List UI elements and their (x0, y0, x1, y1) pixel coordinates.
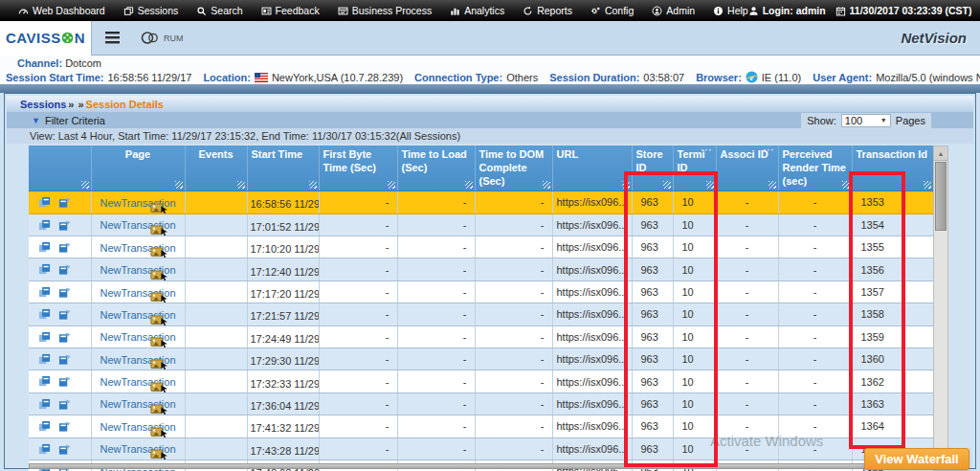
nav-sessions[interactable]: Sessions (123, 5, 179, 16)
table-row[interactable]: NewTransaction 17:21:57 11/29 - - - http… (29, 303, 933, 325)
column-header-perceived-render-time[interactable]: Perceived Render Time (sec) (778, 146, 852, 191)
export-session-icon[interactable] (58, 442, 71, 456)
replay-session-icon[interactable] (38, 218, 51, 232)
export-session-icon[interactable] (58, 218, 71, 232)
screenshot-cursor-icon[interactable] (150, 225, 169, 236)
screenshot-cursor-icon[interactable] (150, 247, 169, 258)
breadcrumb-separator-icon: » (78, 99, 83, 110)
table-row[interactable]: NewTransaction 16:58:56 11/29 - - - http… (29, 191, 933, 213)
breadcrumb: Sessions » » Session Details (7, 96, 973, 112)
screenshot-cursor-icon[interactable] (150, 337, 169, 348)
export-session-icon[interactable] (58, 420, 71, 434)
row-actions-cell (29, 415, 91, 437)
calendar-icon (835, 6, 846, 16)
export-session-icon[interactable] (58, 196, 71, 210)
screenshot-cursor-icon[interactable] (150, 382, 169, 392)
table-row[interactable]: NewTransaction 17:10:20 11/29 - - - http… (29, 236, 933, 258)
replay-session-icon[interactable] (38, 420, 51, 434)
session-start-value: 16:58:56 11/29/17 (108, 72, 192, 83)
nav-reports[interactable]: Reports (523, 5, 572, 16)
screenshot-cursor-icon[interactable] (150, 292, 169, 303)
column-header-url[interactable]: URL (552, 146, 632, 191)
scrollbar-thumb[interactable] (935, 162, 947, 231)
table-row[interactable]: NewTransaction 17:01:52 11/29 - - - http… (29, 213, 933, 236)
page-size-select[interactable]: 100 ▼ (841, 114, 891, 127)
column-header-time-to-dom-complete[interactable]: Time to DOM Complete (Sec) (475, 146, 552, 191)
first-byte-time-cell: - (319, 236, 397, 258)
replay-session-icon[interactable] (38, 285, 51, 299)
user-agent-value: Mozilla/5.0 (windows Nt 6.3; W... (876, 72, 980, 83)
column-header-first-byte-time[interactable]: First Byte Time (Sec) (319, 146, 397, 191)
table-row[interactable]: NewTransaction 17:24:49 11/29 - - - http… (29, 325, 933, 348)
events-cell (185, 437, 247, 460)
screenshot-cursor-icon[interactable] (150, 203, 169, 213)
replay-session-icon[interactable] (38, 442, 51, 456)
vertical-scrollbar[interactable]: ▲ ▼ (933, 146, 948, 469)
screenshot-cursor-icon[interactable] (150, 449, 169, 460)
nav-feedback[interactable]: Feedback (261, 5, 320, 16)
export-session-icon[interactable] (58, 352, 71, 366)
screenshot-cursor-icon[interactable] (150, 359, 169, 370)
export-session-icon[interactable] (58, 308, 71, 322)
time-to-dom-cell: - (475, 236, 552, 258)
replay-session-icon[interactable] (38, 196, 51, 210)
truncation-dots: ··· (702, 146, 713, 156)
column-header-start-time[interactable]: Start Time (247, 146, 319, 191)
replay-session-icon[interactable] (38, 330, 51, 344)
column-header-events[interactable]: Events (185, 146, 247, 191)
page-cell: NewTransaction (91, 258, 185, 280)
export-session-icon[interactable] (58, 397, 71, 411)
export-session-icon[interactable] (58, 330, 71, 344)
nav-config[interactable]: Config (590, 5, 634, 16)
location-label: Location: (203, 72, 251, 83)
column-header-icons[interactable] (29, 146, 91, 191)
replay-session-icon[interactable] (38, 352, 51, 366)
nav-search[interactable]: Search (196, 5, 242, 16)
nav-web-dashboard[interactable]: Web Dashboard (18, 5, 105, 16)
url-cell: https://isx096... (552, 415, 632, 437)
replay-session-icon[interactable] (38, 375, 51, 389)
screenshot-cursor-icon[interactable] (150, 404, 169, 415)
column-header-associate-id[interactable]: Associ ID··· (716, 146, 778, 191)
view-waterfall-button[interactable]: View Waterfall (864, 448, 969, 470)
export-session-icon[interactable] (58, 375, 71, 389)
row-actions-cell (29, 437, 91, 460)
replay-session-icon[interactable] (38, 263, 51, 277)
export-session-icon[interactable] (58, 263, 71, 277)
replay-session-icon[interactable] (38, 397, 51, 411)
rum-toggle[interactable]: RUM (141, 32, 184, 44)
table-row[interactable]: NewTransaction 17:32:33 11/29 - - - http… (29, 370, 933, 392)
time-to-dom-cell: - (475, 348, 552, 370)
replay-session-icon[interactable] (38, 240, 51, 254)
table-row[interactable]: NewTransaction 17:29:30 11/29 - - - http… (29, 348, 933, 370)
table-row[interactable]: NewTransaction 17:36:04 11/29 - - - http… (29, 392, 933, 415)
filter-criteria-toggle[interactable]: ▼ Filter Criteria (32, 115, 105, 126)
screenshot-cursor-icon[interactable] (150, 315, 169, 325)
breadcrumb-sessions-link[interactable]: Sessions (20, 99, 66, 110)
nav-help[interactable]: Help (713, 5, 748, 16)
start-time-cell: 17:43:28 11/29 (247, 437, 319, 460)
screenshot-cursor-icon[interactable] (150, 270, 169, 280)
table-row[interactable]: NewTransaction 17:17:20 11/29 - - - http… (29, 280, 933, 303)
connection-type-value: Others (506, 72, 538, 83)
screenshot-cursor-icon[interactable] (150, 427, 169, 437)
perceived-render-cell: - (778, 280, 852, 303)
nav-admin[interactable]: Admin (652, 5, 695, 16)
scroll-up-arrow[interactable]: ▲ (934, 146, 947, 161)
column-header-page[interactable]: Page (91, 146, 185, 191)
column-header-time-to-load[interactable]: Time to Load (Sec) (397, 146, 475, 191)
time-to-load-cell: - (397, 370, 475, 392)
table-row[interactable]: NewTransaction 17:12:40 11/29 - - - http… (29, 258, 933, 280)
export-session-icon[interactable] (58, 240, 71, 254)
time-to-load-cell: - (397, 392, 475, 415)
location-value: NewYork,USA (10.7.28.239) (272, 72, 403, 83)
time-to-dom-cell: - (475, 392, 552, 415)
nav-business-process[interactable]: Business Process (338, 5, 432, 16)
nav-analytics[interactable]: Analytics (450, 5, 504, 16)
menu-hamburger-icon[interactable] (105, 32, 120, 44)
replay-session-icon[interactable] (38, 308, 51, 322)
horizontal-scrollbar[interactable] (29, 463, 933, 469)
sessions-icon (123, 6, 134, 16)
export-session-icon[interactable] (58, 285, 71, 299)
cavisson-logo[interactable]: CAVISSN (0, 21, 92, 56)
